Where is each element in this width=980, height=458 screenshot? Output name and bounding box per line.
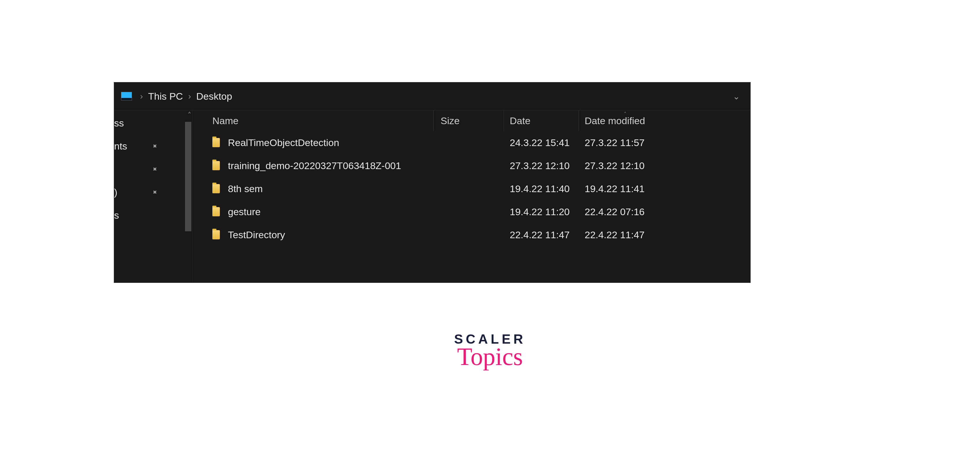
chevron-right-icon: ›: [135, 91, 148, 101]
sidebar-item[interactable]: ) ✦: [114, 181, 172, 204]
column-header-label: Date modified: [585, 115, 645, 126]
navigation-sidebar: ˄ ss nts ✦ ✦ ) ✦ s: [114, 110, 192, 283]
file-date-cell: 27.3.22 12:10: [504, 160, 579, 172]
sidebar-item-label: s: [114, 210, 119, 221]
this-pc-icon: [121, 92, 132, 100]
file-modified-cell: 22.4.22 07:16: [579, 206, 671, 218]
folder-icon: [212, 230, 220, 239]
column-headers: Name Size Date ˄ Date modified: [193, 110, 750, 131]
file-modified-cell: 27.3.22 11:57: [579, 137, 671, 148]
file-name: gesture: [228, 206, 261, 218]
file-name-cell: TestDirectory: [209, 229, 434, 240]
column-header-label: Size: [441, 115, 460, 126]
explorer-body: ˄ ss nts ✦ ✦ ) ✦ s: [114, 110, 750, 283]
file-name-cell: gesture: [209, 206, 434, 218]
file-date-cell: 19.4.22 11:20: [504, 206, 579, 218]
file-modified-cell: 27.3.22 12:10: [579, 160, 671, 172]
sidebar-item-label: ): [114, 187, 117, 198]
sidebar-scrollbar[interactable]: [184, 122, 192, 283]
file-row[interactable]: RealTimeObjectDetection24.3.22 15:4127.3…: [193, 131, 750, 154]
file-date-cell: 19.4.22 11:40: [504, 183, 579, 194]
file-date-cell: 22.4.22 11:47: [504, 229, 579, 240]
column-header-date[interactable]: Date: [504, 110, 579, 131]
sidebar-item-label: ss: [114, 118, 124, 129]
file-name: TestDirectory: [228, 229, 285, 240]
file-name-cell: RealTimeObjectDetection: [209, 137, 434, 148]
address-bar[interactable]: › This PC › Desktop ⌄: [114, 83, 750, 110]
column-header-name[interactable]: Name: [209, 110, 434, 131]
pin-icon: ✦: [149, 141, 160, 151]
pin-icon: ✦: [149, 164, 160, 174]
file-list: Name Size Date ˄ Date modified RealTimeO…: [192, 110, 750, 283]
column-header-label: Date: [510, 115, 530, 126]
sidebar-item-label: nts: [114, 141, 127, 152]
file-modified-cell: 19.4.22 11:41: [579, 183, 671, 194]
folder-icon: [212, 161, 220, 170]
sidebar-item[interactable]: ✦: [114, 157, 172, 181]
sidebar-item[interactable]: nts ✦: [114, 135, 172, 157]
file-row[interactable]: gesture19.4.22 11:2022.4.22 07:16: [193, 200, 750, 223]
watermark-topics: Topics: [454, 342, 526, 371]
file-date-cell: 24.3.22 15:41: [504, 137, 579, 148]
sort-ascending-icon: ˄: [624, 111, 627, 117]
scroll-up-icon[interactable]: ˄: [188, 111, 191, 120]
file-name: RealTimeObjectDetection: [228, 137, 339, 148]
file-row[interactable]: training_demo-20220327T063418Z-00127.3.2…: [193, 154, 750, 177]
folder-icon: [212, 138, 220, 147]
file-name-cell: 8th sem: [209, 183, 434, 194]
sidebar-list: ss nts ✦ ✦ ) ✦ s: [114, 110, 172, 283]
pin-icon: ✦: [149, 187, 160, 197]
folder-icon: [212, 184, 220, 193]
address-dropdown-button[interactable]: ⌄: [729, 91, 743, 102]
file-row[interactable]: TestDirectory22.4.22 11:4722.4.22 11:47: [193, 223, 750, 246]
file-name: 8th sem: [228, 183, 263, 194]
file-name: training_demo-20220327T063418Z-001: [228, 160, 401, 172]
file-explorer-window: › This PC › Desktop ⌄ ˄ ss nts ✦ ✦: [114, 82, 751, 283]
file-name-cell: training_demo-20220327T063418Z-001: [209, 160, 434, 172]
breadcrumb-current[interactable]: Desktop: [196, 91, 232, 102]
sidebar-item[interactable]: ss: [114, 111, 172, 135]
column-header-label: Name: [212, 115, 239, 126]
chevron-right-icon: ›: [183, 91, 196, 101]
sidebar-item[interactable]: s: [114, 204, 172, 227]
folder-icon: [212, 207, 220, 216]
scaler-topics-watermark: SCALER Topics: [454, 331, 526, 371]
column-header-modified[interactable]: ˄ Date modified: [579, 110, 671, 131]
column-header-size[interactable]: Size: [434, 110, 504, 131]
breadcrumb-root[interactable]: This PC: [148, 91, 183, 102]
scrollbar-thumb[interactable]: [185, 122, 191, 231]
file-row[interactable]: 8th sem19.4.22 11:4019.4.22 11:41: [193, 177, 750, 200]
file-modified-cell: 22.4.22 11:47: [579, 229, 671, 240]
